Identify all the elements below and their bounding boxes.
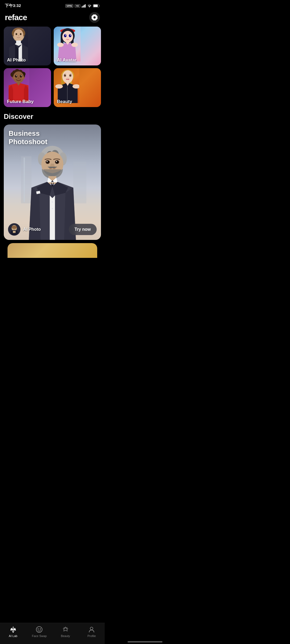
svg-point-78 bbox=[56, 161, 57, 162]
ai-photo-card[interactable]: AI Photo bbox=[4, 27, 51, 65]
vpn-badge: VPN bbox=[65, 4, 73, 8]
svg-rect-0 bbox=[82, 6, 82, 8]
svg-point-43 bbox=[16, 75, 17, 76]
settings-icon bbox=[92, 14, 97, 20]
svg-point-32 bbox=[57, 43, 64, 47]
feature-grid: AI Photo bbox=[0, 27, 105, 107]
discover-section: Discover bbox=[0, 112, 105, 258]
app-header: reface bbox=[0, 10, 105, 27]
discover-feature-avatar bbox=[8, 223, 20, 236]
discover-card-business[interactable]: Business Photoshoot AI Photo bbox=[4, 125, 101, 240]
next-card-peek bbox=[8, 243, 97, 258]
hd-badge: HD bbox=[75, 4, 80, 8]
svg-point-29 bbox=[70, 35, 71, 36]
svg-rect-3 bbox=[85, 4, 86, 8]
ai-photo-label: AI Photo bbox=[7, 57, 26, 63]
svg-point-28 bbox=[65, 35, 66, 36]
try-now-button[interactable]: Try now bbox=[69, 224, 97, 235]
discover-card-info: AI Photo bbox=[8, 223, 41, 236]
svg-point-52 bbox=[62, 70, 73, 83]
svg-rect-63 bbox=[67, 74, 68, 103]
beauty-figure bbox=[54, 68, 79, 103]
status-icons: VPN HD bbox=[65, 4, 100, 8]
svg-point-54 bbox=[69, 75, 71, 77]
wifi-icon bbox=[87, 4, 92, 8]
battery-icon bbox=[93, 4, 100, 8]
svg-rect-65 bbox=[24, 158, 25, 202]
svg-point-59 bbox=[71, 78, 71, 78]
discover-feature-label: AI Photo bbox=[23, 227, 41, 232]
discover-card-bottom: AI Photo Try now bbox=[8, 223, 97, 236]
ai-avatar-card[interactable]: AI Avatar bbox=[54, 27, 101, 65]
svg-point-44 bbox=[21, 75, 22, 76]
svg-point-58 bbox=[70, 77, 70, 78]
future-baby-label: Future Baby bbox=[7, 99, 34, 104]
discover-card-title: Business Photoshoot bbox=[9, 129, 68, 146]
status-time: 下午3:32 bbox=[5, 3, 21, 8]
svg-point-42 bbox=[20, 75, 22, 78]
svg-point-84 bbox=[52, 208, 53, 209]
svg-point-4 bbox=[89, 7, 90, 7]
ai-avatar-label: AI Avatar bbox=[57, 57, 77, 63]
svg-point-77 bbox=[47, 161, 48, 162]
app-logo: reface bbox=[5, 13, 27, 22]
svg-point-45 bbox=[12, 76, 16, 79]
discover-title: Discover bbox=[4, 112, 101, 121]
svg-rect-1 bbox=[83, 6, 84, 8]
svg-point-30 bbox=[67, 38, 68, 38]
svg-point-41 bbox=[15, 75, 17, 78]
svg-rect-17 bbox=[16, 41, 21, 44]
svg-point-83 bbox=[52, 201, 53, 203]
svg-rect-2 bbox=[84, 5, 85, 8]
settings-button[interactable] bbox=[89, 12, 100, 23]
svg-point-13 bbox=[20, 33, 21, 35]
beauty-label: Beauty bbox=[57, 99, 72, 104]
svg-rect-66 bbox=[73, 162, 86, 203]
signal-icon bbox=[82, 4, 86, 8]
svg-point-12 bbox=[16, 33, 17, 35]
ai-photo-person bbox=[4, 27, 28, 61]
svg-point-33 bbox=[71, 43, 78, 47]
status-bar: 下午3:32 VPN HD bbox=[0, 0, 105, 10]
svg-point-56 bbox=[64, 77, 65, 78]
svg-point-61 bbox=[55, 84, 63, 89]
svg-point-14 bbox=[18, 35, 19, 36]
svg-point-75 bbox=[46, 161, 49, 163]
svg-point-57 bbox=[65, 78, 66, 78]
svg-rect-64 bbox=[21, 156, 31, 203]
future-baby-card[interactable]: Future Baby bbox=[4, 68, 51, 107]
svg-point-47 bbox=[18, 78, 19, 79]
svg-point-46 bbox=[21, 76, 25, 79]
ai-avatar-figure bbox=[54, 27, 81, 61]
svg-rect-6 bbox=[93, 5, 98, 7]
svg-point-23 bbox=[62, 31, 73, 43]
future-baby-figure bbox=[4, 68, 29, 102]
svg-rect-89 bbox=[13, 231, 16, 233]
svg-point-53 bbox=[64, 75, 66, 77]
svg-point-87 bbox=[12, 226, 17, 229]
beauty-card[interactable]: Beauty bbox=[54, 68, 101, 107]
svg-point-76 bbox=[56, 161, 59, 163]
